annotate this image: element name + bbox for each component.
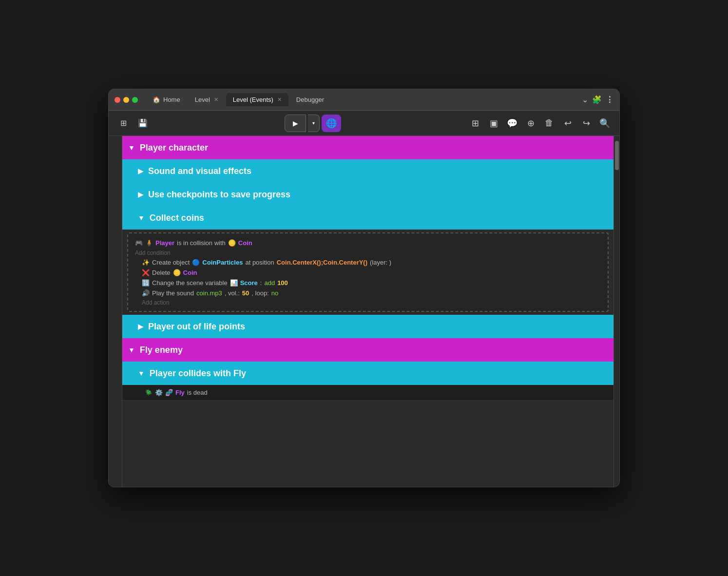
chevron-right-icon: ▶ — [138, 323, 143, 330]
layout-icon-button[interactable]: ⊞ — [115, 115, 131, 131]
group-checkpoints[interactable]: ▶ Use checkpoints to save progress — [122, 183, 613, 206]
group-sound-visual-label: Sound and visual effects — [148, 166, 251, 176]
close-button[interactable] — [115, 97, 120, 103]
fly-icon-3: 🧬 — [165, 389, 173, 396]
condition-grid-icon: 🎮 — [135, 239, 143, 247]
create-icon: ✨ — [142, 259, 150, 266]
fly-dead-line[interactable]: 🪲 ⚙️ 🧬 Fly is dead — [122, 385, 613, 400]
delete-button[interactable]: 🗑 — [541, 115, 557, 131]
play-button[interactable]: ▶ — [285, 115, 306, 132]
add-group-button[interactable]: ▣ — [486, 115, 501, 131]
toolbar-right-section: ⊞ ▣ 💬 ⊕ 🗑 ↩ ↪ 🔍 — [467, 115, 613, 131]
group-checkpoints-label: Use checkpoints to save progress — [148, 190, 290, 200]
coin-particles-name: CoinParticles — [202, 259, 243, 266]
group-player-life[interactable]: ▶ Player out of life points — [122, 315, 613, 338]
group-player-character-label: Player character — [140, 143, 208, 153]
tab-level-events-close[interactable]: ✕ — [277, 96, 282, 103]
chevron-down-icon: ▼ — [128, 144, 135, 152]
score-var-icon: 📊 — [230, 279, 238, 287]
tab-level-events[interactable]: Level (Events) ✕ — [226, 93, 288, 106]
app-window: 🏠 Home Level ✕ Level (Events) ✕ Debugger… — [108, 89, 620, 487]
tab-level[interactable]: Level ✕ — [188, 93, 225, 106]
condition-player-icon: 🧍 — [145, 239, 153, 247]
toolbar: ⊞ 💾 ▶ ▾ 🌐 ⊞ ▣ 💬 ⊕ 🗑 ↩ ↪ 🔍 — [109, 111, 619, 136]
save-button[interactable]: 💾 — [135, 115, 151, 131]
sound-icon: 🔊 — [142, 289, 150, 297]
traffic-lights — [115, 97, 138, 103]
coin-delete-name: Coin — [183, 269, 197, 276]
action-play-sound[interactable]: 🔊 Play the sound coin.mp3 , vol.: 50 , l… — [135, 288, 601, 298]
scrollbar[interactable] — [613, 136, 619, 487]
coin-particles-icon: 🔵 — [192, 259, 200, 266]
group-collect-coins-label: Collect coins — [150, 213, 204, 223]
action-change-score[interactable]: 🔢 Change the scene variable 📊 Score : ad… — [135, 278, 601, 288]
main-content: ▼ Player character ▶ Sound and visual ef… — [109, 136, 619, 487]
sound-file: coin.mp3 — [196, 289, 222, 297]
condition-player-text: Player — [155, 239, 174, 247]
delete-icon: ❌ — [142, 269, 150, 276]
score-var-name: Score — [240, 279, 258, 287]
condition-coin-icon: 🪙 — [228, 239, 236, 247]
sound-vol: 50 — [242, 289, 249, 297]
play-dropdown-button[interactable]: ▾ — [308, 115, 320, 132]
coin-icon-small: 🪙 — [173, 269, 181, 276]
dropdown-arrow-icon: ▾ — [312, 120, 315, 126]
chevron-down-icon[interactable]: ⌄ — [582, 95, 588, 104]
maximize-button[interactable] — [132, 97, 138, 103]
left-gutter — [109, 136, 122, 487]
action-create-particles[interactable]: ✨ Create object 🔵 CoinParticles at posit… — [135, 257, 601, 268]
tab-debugger[interactable]: Debugger — [289, 93, 331, 106]
redo-button[interactable]: ↪ — [578, 115, 594, 131]
fly-is-dead-condition: 🪲 ⚙️ 🧬 Fly is dead — [122, 385, 613, 401]
group-player-character[interactable]: ▼ Player character — [122, 136, 613, 159]
sound-loop: no — [271, 289, 278, 297]
group-collect-coins[interactable]: ▼ Collect coins — [122, 206, 613, 230]
chevron-down-icon: ▼ — [138, 369, 145, 377]
group-fly-enemy-label: Fly enemy — [140, 345, 183, 355]
chevron-down-icon: ▼ — [138, 214, 145, 222]
collect-coins-content: 🎮 🧍 Player is in collision with 🪙 Coin A… — [127, 232, 609, 312]
home-icon: 🏠 — [153, 96, 160, 103]
position-coords: Coin.CenterX();Coin.CenterY() — [277, 259, 367, 266]
search-button[interactable]: 🔍 — [597, 115, 613, 131]
tab-home[interactable]: 🏠 Home — [146, 93, 187, 106]
chevron-right-icon: ▶ — [138, 167, 143, 175]
puzzle-icon[interactable]: 🧩 — [592, 95, 602, 104]
undo-button[interactable]: ↩ — [560, 115, 575, 131]
toolbar-left-section: ⊞ 💾 — [115, 115, 151, 131]
fly-icon-2: ⚙️ — [155, 389, 163, 396]
add-button[interactable]: ⊕ — [523, 115, 538, 131]
globe-icon: 🌐 — [326, 118, 337, 129]
comment-button[interactable]: 💬 — [504, 115, 520, 131]
tab-level-close[interactable]: ✕ — [214, 96, 218, 103]
scrollbar-thumb[interactable] — [615, 141, 619, 170]
condition-line[interactable]: 🎮 🧍 Player is in collision with 🪙 Coin — [135, 237, 601, 249]
group-player-collides-fly-label: Player collides with Fly — [150, 368, 246, 379]
tab-more-controls: ⌄ 🧩 ⋮ — [582, 95, 613, 104]
group-fly-enemy[interactable]: ▼ Fly enemy — [122, 338, 613, 362]
fly-name-text: Fly — [175, 389, 185, 396]
more-icon[interactable]: ⋮ — [606, 95, 613, 104]
action-delete-coin[interactable]: ❌ Delete 🪙 Coin — [135, 268, 601, 278]
events-panel[interactable]: ▼ Player character ▶ Sound and visual ef… — [122, 136, 613, 487]
title-bar: 🏠 Home Level ✕ Level (Events) ✕ Debugger… — [109, 89, 619, 111]
group-player-life-label: Player out of life points — [148, 322, 245, 332]
score-value: 100 — [277, 279, 288, 287]
minimize-button[interactable] — [123, 97, 129, 103]
chevron-down-icon: ▼ — [128, 346, 135, 354]
toolbar-center-section: ▶ ▾ 🌐 — [285, 115, 341, 132]
group-player-collides-fly[interactable]: ▼ Player collides with Fly — [122, 362, 613, 385]
add-object-button[interactable]: ⊞ — [467, 115, 483, 131]
add-action-button[interactable]: Add action — [135, 298, 601, 307]
play-icon: ▶ — [293, 119, 298, 127]
variable-icon: 🔢 — [142, 279, 150, 287]
globe-button[interactable]: 🌐 — [322, 115, 341, 132]
condition-coin-text: Coin — [238, 239, 252, 247]
add-condition-button[interactable]: Add condition — [135, 249, 601, 257]
tab-bar: 🏠 Home Level ✕ Level (Events) ✕ Debugger… — [146, 93, 613, 106]
fly-icon-1: 🪲 — [145, 389, 153, 396]
score-op: add — [264, 279, 275, 287]
group-sound-visual[interactable]: ▶ Sound and visual effects — [122, 159, 613, 183]
chevron-right-icon: ▶ — [138, 191, 143, 198]
